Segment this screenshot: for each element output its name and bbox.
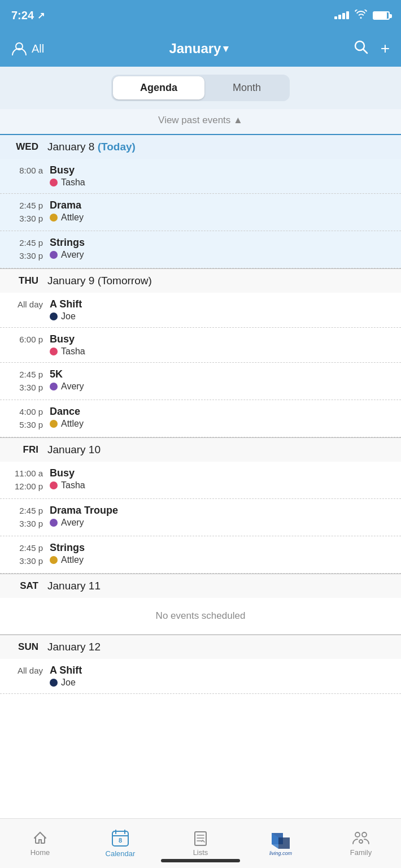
day-header-sun: SUN January 12 [0,635,401,659]
day-abbr-wed: WED [9,141,38,153]
nav-kaleidoscope[interactable]: living.com [241,826,321,861]
month-tab[interactable]: Month [206,76,288,99]
svg-rect-7 [195,832,206,845]
event-time: 6:00 p [9,333,50,346]
event-title: Drama Troupe [50,505,392,517]
dot-gold [50,214,58,222]
event-time: 8:00 a [9,164,50,177]
event-row[interactable]: 2:45 p3:30 p Strings Avery [0,231,401,268]
event-row[interactable]: 8:00 a Busy Tasha [0,159,401,194]
wifi-icon [355,10,367,21]
event-row[interactable]: All day A Shift Joe [0,293,401,328]
kaleidoscope-logo: living.com [267,831,294,856]
day-title-fri: January 10 [47,444,101,456]
event-row[interactable]: 2:45 p3:30 p Drama Troupe Avery [0,499,401,536]
profile-button[interactable]: All [11,41,44,57]
event-title: A Shift [50,665,392,676]
event-row[interactable]: 2:45 p3:30 p Drama Attley [0,194,401,231]
person-name: Avery [61,250,84,260]
no-events-message: No events scheduled [0,598,401,635]
person-name: Avery [61,381,84,392]
event-time: 2:45 p3:30 p [9,199,50,225]
today-label: (Today) [98,141,136,153]
svg-marker-12 [278,837,290,849]
event-title: Busy [50,164,392,176]
nav-calendar-label: Calendar [106,849,136,858]
time-display: 7:24 [11,9,34,22]
event-row[interactable]: 2:45 p3:30 p Strings Attley [0,536,401,574]
kscope-logo-svg [267,831,294,851]
event-title: Dance [50,406,392,418]
event-time: 2:45 p3:30 p [9,542,50,567]
add-icon[interactable]: + [381,40,390,58]
view-past-events[interactable]: View past events ▲ [0,109,401,134]
person-name: Joe [61,311,76,322]
event-time: 2:45 p3:30 p [9,237,50,262]
event-title: Strings [50,237,392,249]
person-icon [11,41,27,57]
event-time: 2:45 p3:30 p [9,505,50,530]
event-content: Drama Attley [50,199,392,223]
day-abbr-sun: SUN [9,641,38,653]
event-person: Joe [50,311,392,322]
event-row[interactable]: 4:00 p5:30 p Dance Attley [0,400,401,437]
person-name: Tasha [61,480,85,491]
dot-gold [50,420,58,428]
event-content: Dance Attley [50,406,392,429]
kscope-tagline: living.com [269,851,292,856]
event-person: Tasha [50,346,392,357]
event-title: 5K [50,368,392,380]
dot-navy [50,313,58,320]
person-name: Attley [61,212,84,223]
event-content: Drama Troupe Avery [50,505,392,528]
calendar-badge-number: 8 [119,837,122,844]
event-row[interactable]: 2:45 p3:30 p 5K Avery [0,363,401,400]
nav-lists-label: Lists [193,848,208,857]
home-indicator [161,859,240,862]
family-icon [352,830,370,846]
event-time: All day [9,298,50,311]
day-title-wed: January 8 (Today) [47,141,136,153]
battery-icon [373,11,390,20]
dot-purple [50,383,58,390]
day-title-thu: January 9 (Tomorrow) [47,275,152,287]
person-name: Tasha [61,346,85,357]
event-content: Busy Tasha [50,467,392,491]
lists-icon [193,830,208,846]
event-title: Busy [50,333,392,345]
dot-purple [50,519,58,527]
day-header-sat: SAT January 11 [0,574,401,598]
nav-family[interactable]: Family [321,826,401,861]
search-icon[interactable] [354,40,368,58]
event-content: Busy Tasha [50,164,392,188]
event-person: Avery [50,381,392,392]
event-row[interactable]: 11:00 a12:00 p Busy Tasha [0,462,401,499]
agenda-tab[interactable]: Agenda [113,76,204,99]
day-header-wed: WED January 8 (Today) [0,134,401,159]
dot-pink [50,348,58,355]
nav-calendar[interactable]: 8 Calendar [80,824,160,862]
app-header: All January ▾ + [0,31,401,67]
event-person: Tasha [50,177,392,188]
all-label: All [32,42,44,55]
home-icon [32,830,48,846]
day-abbr-fri: FRI [9,444,38,455]
event-time: 4:00 p5:30 p [9,406,50,431]
event-title: A Shift [50,298,392,310]
day-header-thu: THU January 9 (Tomorrow) [0,268,401,293]
event-content: Strings Attley [50,542,392,565]
day-abbr-sat: SAT [9,580,38,592]
event-time: 11:00 a12:00 p [9,467,50,493]
event-person: Avery [50,250,392,260]
dot-purple [50,251,58,259]
nav-lists[interactable]: Lists [160,826,241,861]
event-row[interactable]: All day A Shift Joe [0,659,401,694]
month-dropdown[interactable]: January ▾ [169,41,228,57]
signal-icon [334,11,349,19]
nav-home[interactable]: Home [0,826,80,861]
event-title: Drama [50,199,392,211]
event-time: 2:45 p3:30 p [9,368,50,394]
event-row[interactable]: 6:00 p Busy Tasha [0,328,401,363]
event-content: A Shift Joe [50,298,392,322]
segment-control: Agenda Month [0,67,401,109]
